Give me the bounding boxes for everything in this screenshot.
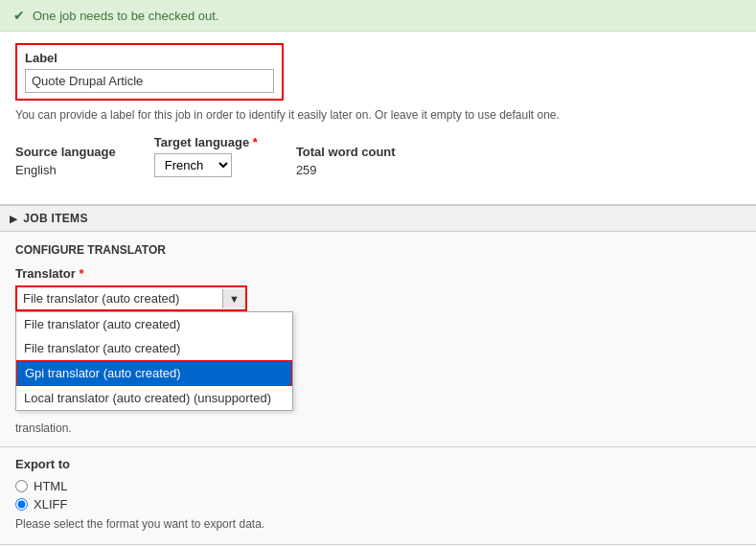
export-section: Export to HTML XLIFF Please select the f… bbox=[0, 447, 756, 545]
required-marker: * bbox=[249, 135, 258, 149]
export-html-label: HTML bbox=[34, 479, 67, 493]
export-help-text: Please select the format you want to exp… bbox=[15, 517, 741, 531]
word-count-label: Total word count bbox=[296, 145, 396, 159]
dropdown-item-file-2[interactable]: File translator (auto created) bbox=[16, 336, 292, 360]
label-section: Label You can provide a label for this j… bbox=[15, 43, 741, 122]
translator-dropdown-list: File translator (auto created) File tran… bbox=[15, 311, 293, 411]
target-language-col: Target language * French Spanish German bbox=[154, 135, 258, 177]
export-title: Export to bbox=[15, 457, 741, 471]
export-xliff-radio[interactable] bbox=[15, 498, 28, 511]
translator-description-spacer: translation. bbox=[15, 421, 741, 435]
translator-description: translation. bbox=[15, 421, 72, 435]
word-count-col: Total word count 259 bbox=[296, 145, 396, 177]
success-message: One job needs to be checked out. bbox=[33, 9, 218, 23]
job-items-section-header[interactable]: ▶ JOB ITEMS bbox=[0, 205, 756, 232]
translator-dropdown-container: File translator (auto created) ▼ File tr… bbox=[15, 285, 247, 311]
language-row: Source language English Target language … bbox=[15, 135, 741, 177]
dropdown-item-local[interactable]: Local translator (auto created) (unsuppo… bbox=[16, 386, 292, 410]
export-xliff-label: XLIFF bbox=[34, 497, 67, 512]
translator-required-marker: * bbox=[76, 266, 84, 281]
translator-field-label: Translator * bbox=[15, 266, 741, 281]
target-language-select[interactable]: French Spanish German bbox=[154, 153, 232, 177]
dropdown-item-gpi[interactable]: Gpi translator (auto created) bbox=[16, 360, 292, 386]
translator-select-box[interactable]: File translator (auto created) ▼ bbox=[15, 285, 247, 311]
label-field-container: Label bbox=[15, 43, 284, 101]
source-language-label: Source language bbox=[15, 145, 116, 159]
export-radio-group: HTML XLIFF bbox=[15, 479, 741, 512]
word-count-value: 259 bbox=[296, 163, 317, 177]
target-language-label: Target language * bbox=[154, 135, 258, 149]
export-html-option[interactable]: HTML bbox=[15, 479, 741, 493]
target-language-select-container: French Spanish German bbox=[154, 153, 258, 177]
label-input[interactable] bbox=[25, 69, 274, 93]
job-items-triangle-icon: ▶ bbox=[10, 214, 17, 224]
dropdown-arrow-icon[interactable]: ▼ bbox=[222, 289, 245, 308]
export-html-radio[interactable] bbox=[15, 480, 28, 492]
source-language-col: Source language English bbox=[15, 145, 116, 177]
main-content: Label You can provide a label for this j… bbox=[0, 32, 756, 204]
success-banner: ✔ One job needs to be checked out. bbox=[0, 0, 756, 32]
label-field-label: Label bbox=[25, 51, 274, 65]
source-language-value: English bbox=[15, 163, 57, 177]
dropdown-item-file-1[interactable]: File translator (auto created) bbox=[16, 312, 292, 336]
job-items-label: JOB ITEMS bbox=[23, 212, 87, 225]
translator-selected-value: File translator (auto created) bbox=[17, 287, 222, 309]
configure-translator-title: CONFIGURE TRANSLATOR bbox=[15, 243, 741, 257]
export-xliff-option[interactable]: XLIFF bbox=[15, 497, 741, 512]
configure-translator-section: CONFIGURE TRANSLATOR Translator * File t… bbox=[0, 232, 756, 447]
check-icon: ✔ bbox=[13, 8, 25, 23]
label-help-text: You can provide a label for this job in … bbox=[15, 108, 741, 122]
